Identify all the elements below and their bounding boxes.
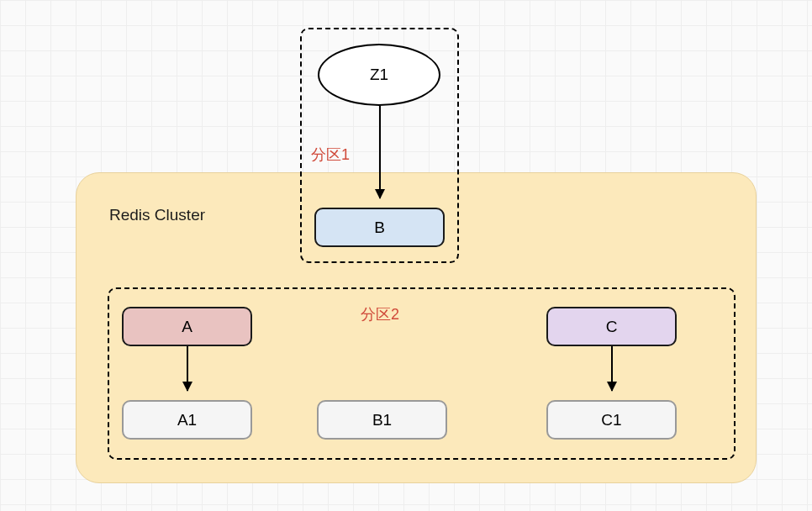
partition-1-label: 分区1 <box>311 145 350 165</box>
node-c1: C1 <box>546 400 677 440</box>
node-a-label: A <box>182 318 192 336</box>
node-a1: A1 <box>122 400 252 440</box>
node-b: B <box>314 208 445 247</box>
partition-2-label: 分区2 <box>361 304 399 324</box>
node-z1-label: Z1 <box>370 66 388 84</box>
arrow-z1-to-b <box>379 106 381 198</box>
node-a: A <box>122 307 252 346</box>
node-b1-label: B1 <box>372 411 392 429</box>
node-a1-label: A1 <box>177 411 197 429</box>
node-c1-label: C1 <box>601 411 621 429</box>
node-c-label: C <box>606 318 618 336</box>
arrow-c-to-c1 <box>611 346 613 391</box>
redis-cluster-label: Redis Cluster <box>109 206 205 224</box>
node-c: C <box>546 307 677 346</box>
arrow-a-to-a1 <box>187 346 188 391</box>
node-b-label: B <box>374 219 385 237</box>
node-z1: Z1 <box>318 44 440 106</box>
node-b1: B1 <box>317 400 447 440</box>
